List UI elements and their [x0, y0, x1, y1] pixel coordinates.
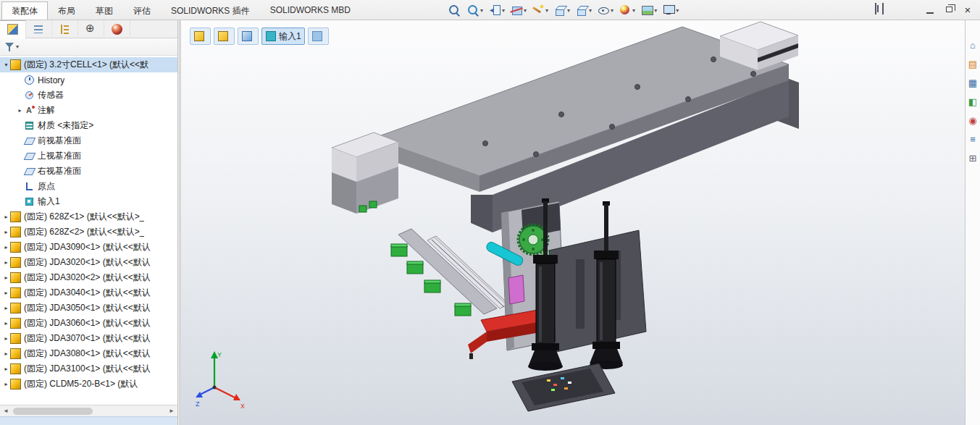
close-button[interactable]: × — [958, 1, 977, 17]
dropdown-arrow-icon[interactable]: ▾ — [654, 7, 657, 14]
expand-arrow-icon[interactable]: ▸ — [2, 290, 10, 296]
dropdown-arrow-icon[interactable]: ▾ — [567, 7, 570, 14]
breadcrumb-assembly-icon-2[interactable] — [214, 28, 235, 45]
minimize-button[interactable] — [921, 1, 939, 17]
dropdown-arrow-icon[interactable]: ▾ — [480, 7, 483, 14]
custom-properties-icon[interactable]: ≡ — [967, 133, 979, 146]
view-settings-button[interactable]: ▾ — [661, 1, 680, 19]
expand-arrow-icon[interactable]: ▾ — [2, 62, 10, 68]
tree-item[interactable]: ▸ (固定) JDA3020<2> (默认<<默认 — [0, 270, 177, 285]
scrollbar-thumb[interactable] — [13, 408, 93, 415]
filter-dropdown-icon[interactable]: ▾ — [16, 43, 19, 50]
maximize-pane-icon — [882, 3, 884, 14]
breadcrumb-part-icon[interactable] — [238, 28, 259, 45]
previous-view-button[interactable]: ▾ — [487, 1, 506, 19]
expand-arrow-icon[interactable]: ▸ — [2, 366, 10, 372]
featuremanager-tab[interactable] — [0, 20, 26, 38]
tree-item[interactable]: ▸ (固定) JDA3090<1> (默认<<默认 — [0, 240, 177, 255]
tree-item[interactable]: ▸ (固定) 628Z<2> (默认<<默认>_ — [0, 224, 177, 240]
view-orientation-button[interactable]: ▾ — [552, 1, 571, 19]
breadcrumb-assembly-icon-1[interactable] — [190, 28, 211, 45]
design-library-icon[interactable]: ▤ — [967, 58, 979, 70]
tree-item[interactable]: 材质 <未指定> — [0, 118, 177, 133]
scroll-right-icon[interactable]: ► — [166, 405, 177, 416]
breadcrumb-feature-chip[interactable]: 输入1 — [261, 28, 305, 45]
section-view-button[interactable]: ▾ — [508, 1, 528, 19]
dropdown-arrow-icon[interactable]: ▾ — [632, 7, 635, 14]
dropdown-arrow-icon[interactable]: ▾ — [611, 7, 613, 14]
model-left-end-block[interactable] — [332, 132, 398, 214]
breadcrumb-body-icon[interactable] — [308, 28, 329, 45]
doc-restore-icon[interactable] — [875, 4, 876, 14]
expand-arrow-icon[interactable]: ▸ — [2, 350, 10, 357]
dropdown-arrow-icon[interactable]: ▾ — [545, 7, 548, 14]
annotation-view-button[interactable]: ▾ — [530, 1, 550, 19]
model-pink-block[interactable] — [508, 275, 524, 304]
file-explorer-icon[interactable]: ▦ — [967, 77, 979, 89]
tree-item[interactable]: History — [0, 72, 177, 88]
expand-arrow-icon[interactable]: ▸ — [2, 244, 10, 251]
tree-horizontal-scrollbar[interactable]: ◄ ► — [0, 405, 177, 416]
tab-solidworks-addins[interactable]: SOLIDWORKS 插件 — [161, 1, 260, 20]
propertymanager-tab[interactable] — [26, 20, 52, 38]
model-canvas[interactable]: Y X Z — [181, 20, 965, 425]
forum-icon[interactable]: ⊞ — [967, 152, 979, 164]
tab-assembly[interactable]: 装配体 — [1, 1, 48, 20]
expand-arrow-icon[interactable]: ▸ — [2, 381, 10, 387]
tab-evaluate[interactable]: 评估 — [123, 1, 161, 20]
tree-item[interactable]: ▸ 注解 — [0, 103, 177, 118]
tab-sketch[interactable]: 草图 — [85, 1, 123, 20]
expand-arrow-icon[interactable]: ▸ — [2, 259, 10, 266]
tree-item-icon — [10, 59, 21, 70]
tree-item[interactable]: ▸ (固定) JDA3050<1> (默认<<默认 — [0, 300, 177, 316]
expand-arrow-icon[interactable]: ▸ — [2, 274, 10, 281]
graphics-area[interactable]: 输入1 — [181, 20, 965, 425]
tree-item[interactable]: 输入1 — [0, 194, 177, 209]
dropdown-arrow-icon[interactable]: ▾ — [502, 7, 505, 14]
tree-item[interactable]: 右视基准面 — [0, 164, 177, 179]
configurationmanager-tab[interactable] — [52, 20, 78, 38]
zoom-to-area-button[interactable]: ▾ — [465, 1, 485, 19]
tree-item[interactable]: ▸ (固定) JDA3020<1> (默认<<默认 — [0, 255, 177, 270]
model-cell-plate[interactable] — [512, 363, 615, 411]
tab-solidworks-mbd[interactable]: SOLIDWORKS MBD — [260, 1, 361, 20]
edit-appearance-button[interactable]: ▾ — [617, 1, 637, 19]
tree-item[interactable]: ▸ (固定) JDA3080<1> (默认<<默认 — [0, 346, 177, 361]
expand-arrow-icon[interactable]: ▸ — [2, 214, 10, 220]
tree-item[interactable]: ▸ (固定) JDA3040<1> (默认<<默认 — [0, 285, 177, 300]
scroll-left-icon[interactable]: ◄ — [0, 405, 12, 416]
dropdown-arrow-icon[interactable]: ▾ — [524, 7, 527, 14]
featuremanager-panel: ▾ ▾ (固定) 3.2寸CELL<1> (默认<<默 History — [0, 20, 178, 425]
tree-item[interactable]: 前视基准面 — [0, 133, 177, 148]
tree-item[interactable]: ▸ (固定) JDA3070<1> (默认<<默认 — [0, 331, 177, 346]
doc-maximize-icon[interactable] — [882, 4, 884, 14]
appearances-icon[interactable]: ◉ — [967, 114, 979, 127]
tree-item[interactable]: ▸ (固定) JDA3100<1> (默认<<默认 — [0, 361, 177, 376]
expand-arrow-icon[interactable]: ▸ — [2, 335, 10, 342]
dropdown-arrow-icon[interactable]: ▾ — [589, 7, 592, 14]
dropdown-arrow-icon[interactable]: ▾ — [676, 7, 679, 14]
expand-arrow-icon[interactable]: ▸ — [16, 107, 24, 114]
restore-button[interactable] — [939, 1, 958, 17]
display-style-button[interactable]: ▾ — [574, 1, 593, 19]
tree-item[interactable]: ▸ (固定) JDA3060<1> (默认<<默认 — [0, 316, 177, 331]
filter-icon[interactable] — [4, 42, 14, 52]
zoom-to-fit-button[interactable] — [446, 1, 463, 19]
tree-item[interactable]: ▸ (固定) 628Z<1> (默认<<默认>_ — [0, 209, 177, 224]
hide-show-items-button[interactable]: ▾ — [595, 1, 615, 19]
tree-item[interactable]: 传感器 — [0, 88, 177, 103]
tree-item[interactable]: 原点 — [0, 179, 177, 194]
tab-layout[interactable]: 布局 — [48, 1, 85, 20]
apply-scene-button[interactable]: ▾ — [639, 1, 658, 19]
expand-arrow-icon[interactable]: ▸ — [2, 305, 10, 311]
tree-item-label: History — [38, 75, 64, 85]
view-palette-icon[interactable]: ◧ — [967, 96, 979, 108]
solidworks-resources-icon[interactable]: ⌂ — [967, 39, 979, 51]
expand-arrow-icon[interactable]: ▸ — [2, 320, 10, 327]
tree-item[interactable]: 上视基准面 — [0, 148, 177, 164]
dimxpertmanager-tab[interactable] — [78, 20, 104, 38]
displaymanager-tab[interactable] — [104, 20, 130, 38]
tree-item[interactable]: ▸ (固定) CLDM5-20-B<1> (默认 — [0, 376, 177, 392]
tree-item[interactable]: ▾ (固定) 3.2寸CELL<1> (默认<<默 — [0, 57, 177, 72]
expand-arrow-icon[interactable]: ▸ — [2, 229, 10, 235]
